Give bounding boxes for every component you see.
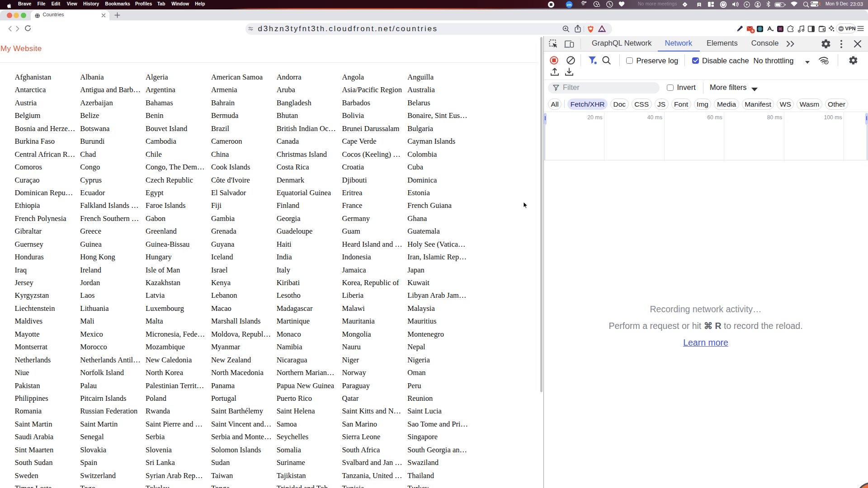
svg-text:zm: zm: [567, 3, 572, 7]
svg-text:6: 6: [751, 29, 753, 33]
